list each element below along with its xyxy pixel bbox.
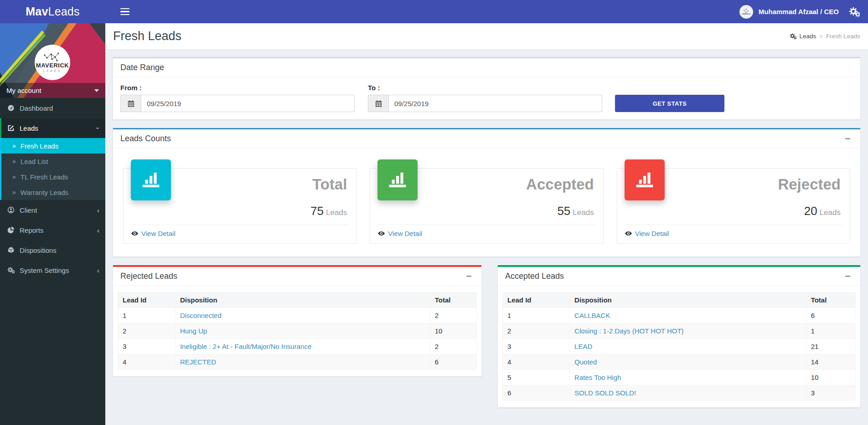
column-header-disposition: Disposition <box>175 292 430 308</box>
collapse-button[interactable] <box>842 135 853 143</box>
bar-chart-icon <box>625 159 665 200</box>
cell-lead-id: 6 <box>503 385 570 401</box>
disposition-link[interactable]: REJECTED <box>180 358 216 366</box>
table-header-row: Lead Id Disposition Total <box>118 292 477 308</box>
cell-total: 14 <box>806 354 855 370</box>
sidebar-item-dashboard[interactable]: Dashboard <box>0 98 105 118</box>
my-account-label: My account <box>6 87 41 94</box>
sidebar-item-warranty-leads[interactable]: » Warranty Leads <box>1 184 105 200</box>
stat-count: 20Leads <box>804 204 841 218</box>
rejected-leads-header: Rejected Leads <box>113 267 481 286</box>
disposition-link[interactable]: Ineligible : 2+ At - Fault/Major/No Insu… <box>180 343 311 350</box>
cogs-icon <box>7 266 15 274</box>
panel-title: Rejected Leads <box>120 271 177 281</box>
brand-bold: Mav <box>26 5 48 18</box>
sidebar-item-label: System Settings <box>20 266 69 274</box>
from-label: From : <box>120 84 355 92</box>
stat-count-unit: Leads <box>573 208 594 217</box>
disposition-link[interactable]: SOLD SOLD SOLD! <box>574 389 636 397</box>
from-input-group <box>120 95 355 112</box>
table-row: 2 Hung Up 10 <box>118 323 477 339</box>
panel-title: Accepted Leads <box>505 271 564 281</box>
divider <box>131 225 349 225</box>
breadcrumb-section[interactable]: Leads <box>800 33 816 40</box>
stat-count-value: 20 <box>804 204 817 218</box>
view-detail-link[interactable]: View Detail <box>377 230 422 237</box>
stat-count-unit: Leads <box>326 208 347 217</box>
panel-title: Leads Counts <box>120 134 171 143</box>
content-header: Fresh Leads Leads > Fresh Leads <box>105 23 868 50</box>
stat-title: Total <box>312 176 347 193</box>
view-detail-label: View Detail <box>388 230 422 237</box>
user-name[interactable]: Muhammad Afzaal / CEO <box>759 8 839 15</box>
disposition-link[interactable]: LEAD <box>574 343 592 350</box>
my-account-toggle[interactable]: My account <box>0 83 105 98</box>
disposition-link[interactable]: Quoted <box>574 358 597 366</box>
content-body: Date Range From : To : GET <box>105 50 868 415</box>
disposition-link[interactable]: CALLBACK <box>574 312 610 319</box>
caret-down-icon <box>94 89 99 92</box>
sidebar-item-dispositions[interactable]: Dispositions <box>0 240 105 260</box>
accepted-leads-table-wrap: Lead Id Disposition Total 1 CALLBACK 6 <box>498 286 860 407</box>
cell-total: 3 <box>806 385 855 401</box>
hamburger-icon[interactable] <box>115 0 135 23</box>
sidebar-artwork: MAVERICK LEADS My account <box>0 23 105 98</box>
calendar-icon <box>368 95 388 112</box>
column-header-total: Total <box>430 292 476 308</box>
stat-title: Accepted <box>526 176 594 193</box>
from-date-input[interactable] <box>141 95 355 112</box>
rejected-leads-panel: Rejected Leads Lead Id Disposition Total <box>113 265 482 377</box>
eye-icon <box>131 230 139 237</box>
view-detail-link[interactable]: View Detail <box>625 230 669 237</box>
collapse-button[interactable] <box>842 272 853 281</box>
to-date-input[interactable] <box>388 95 602 112</box>
disposition-link[interactable]: Closing : 1-2 Days (HOT HOT HOT) <box>574 327 684 335</box>
sidebar-item-system-settings[interactable]: System Settings ‹ <box>0 260 105 280</box>
user-circle-icon <box>7 206 15 214</box>
stat-cards-row: Total 75Leads View Detail Accepted 55Lea… <box>113 148 860 256</box>
submenu-item-label: Warranty Leads <box>21 189 68 196</box>
cogs-icon[interactable] <box>849 6 861 18</box>
divider <box>377 225 595 225</box>
sidebar-item-label: Client <box>20 206 37 214</box>
bar-chart-icon <box>131 159 171 200</box>
disposition-link[interactable]: Disconnected <box>180 312 222 319</box>
disposition-link[interactable]: Hung Up <box>180 327 207 335</box>
disposition-link[interactable]: Rates Too High <box>574 374 621 381</box>
from-field-group: From : <box>120 84 355 112</box>
collapse-button[interactable] <box>463 272 474 281</box>
sidebar-item-fresh-leads[interactable]: » Fresh Leads <box>1 138 105 154</box>
cell-total: 10 <box>806 370 855 385</box>
leads-submenu: » Fresh Leads » Lead List » TL Fresh Lea… <box>0 138 105 200</box>
table-row: 6 SOLD SOLD SOLD! 3 <box>503 385 856 401</box>
submenu-item-label: Lead List <box>21 158 48 165</box>
sidebar-item-lead-list[interactable]: » Lead List <box>1 154 105 169</box>
sidebar-item-leads[interactable]: Leads › <box>0 118 105 138</box>
get-stats-button[interactable]: GET STATS <box>615 95 724 112</box>
calendar-icon <box>120 95 141 112</box>
brand-logo[interactable]: MavLeads <box>0 0 105 23</box>
avatar[interactable]: MAVERICK <box>739 5 753 19</box>
view-detail-label: View Detail <box>141 230 176 237</box>
sidebar-item-tl-fresh-leads[interactable]: » TL Fresh Leads <box>1 169 105 184</box>
cell-total: 10 <box>430 323 476 339</box>
sidebar-item-reports[interactable]: Reports ‹ <box>0 220 105 240</box>
to-input-group <box>368 95 602 112</box>
bottom-panels-row: Rejected Leads Lead Id Disposition Total <box>113 265 861 408</box>
accepted-leads-header: Accepted Leads <box>498 267 860 286</box>
cell-lead-id: 1 <box>503 308 570 323</box>
chevron-left-icon: ‹ <box>97 267 99 274</box>
stat-card-total: Total 75Leads View Detail <box>123 168 356 244</box>
column-header-lead-id: Lead Id <box>503 292 570 308</box>
submenu-item-label: Fresh Leads <box>21 142 58 150</box>
main-content: Fresh Leads Leads > Fresh Leads Date Ran… <box>105 23 868 425</box>
chevron-left-icon: ‹ <box>97 207 99 214</box>
view-detail-link[interactable]: View Detail <box>131 230 176 237</box>
sidebar-item-label: Dashboard <box>20 104 53 112</box>
navbar-user-area: MAVERICK Muhammad Afzaal / CEO <box>739 5 868 19</box>
top-navbar: MavLeads MAVERICK Muhammad Afzaal / CEO <box>0 0 868 23</box>
sidebar-item-client[interactable]: Client ‹ <box>0 200 105 220</box>
sidebar-item-label: Dispositions <box>20 246 57 254</box>
cell-lead-id: 5 <box>503 370 570 385</box>
cogs-icon <box>790 33 796 40</box>
